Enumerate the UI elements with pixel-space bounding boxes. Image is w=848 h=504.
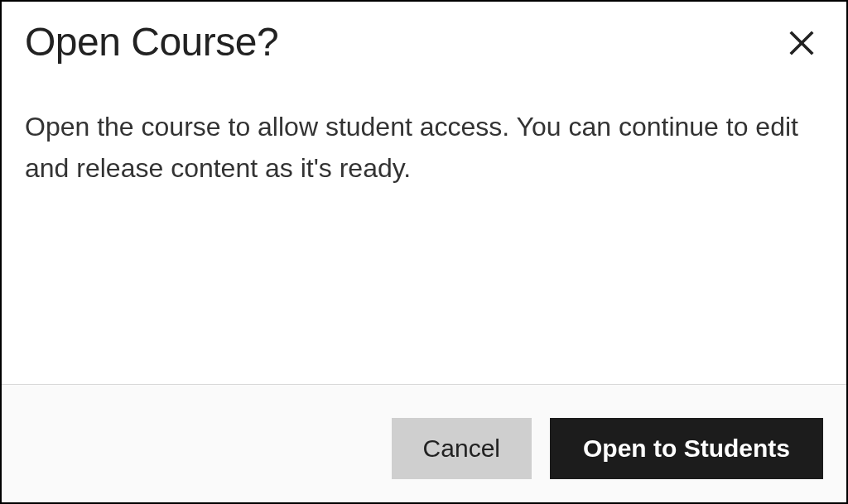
dialog-title: Open Course? <box>25 18 278 66</box>
dialog-description: Open the course to allow student access.… <box>25 107 820 189</box>
dialog-footer: Cancel Open to Students <box>2 384 846 502</box>
open-course-dialog: Open Course? Open the course to allow st… <box>0 0 848 504</box>
close-button[interactable] <box>780 22 823 67</box>
dialog-header: Open Course? <box>25 18 823 67</box>
close-icon <box>787 28 817 60</box>
dialog-body: Open Course? Open the course to allow st… <box>2 2 846 384</box>
open-to-students-button[interactable]: Open to Students <box>550 418 823 479</box>
cancel-button[interactable]: Cancel <box>392 418 532 479</box>
